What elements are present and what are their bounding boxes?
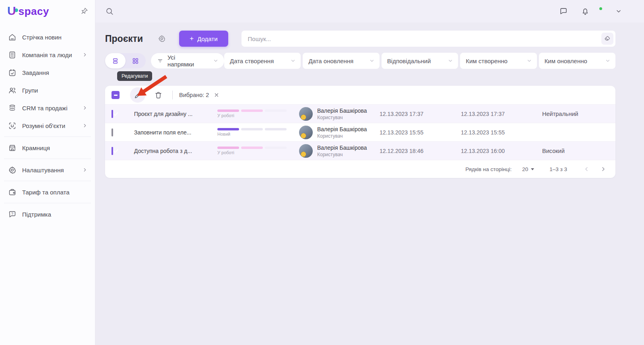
- sidebar-item-crm[interactable]: CRM та продажі: [0, 99, 95, 117]
- row-checkbox[interactable]: [111, 147, 113, 155]
- chevron-left-icon: [583, 166, 590, 172]
- table-row[interactable]: Доступна робота з д... У роботі Валерія …: [105, 141, 615, 160]
- sidebar-item-support[interactable]: ? Підтримка: [0, 205, 95, 223]
- add-button[interactable]: + Додати: [179, 31, 228, 47]
- crm-coins-icon: [8, 104, 17, 112]
- sidebar-item-label: Підтримка: [22, 211, 51, 218]
- filter-label: Ким створенно: [466, 58, 508, 64]
- responsible-user: Валерія Башкірова Користувач: [299, 126, 380, 139]
- sidebar-item-label: Завдання: [22, 69, 49, 76]
- direction-filter-dropdown[interactable]: Усі напрямки: [151, 53, 224, 68]
- select-all-checkbox[interactable]: [111, 91, 120, 99]
- row-checkbox[interactable]: [111, 128, 113, 136]
- sidebar-item-label: Крамниця: [22, 145, 50, 151]
- smart-objects-icon: [8, 122, 17, 130]
- sidebar-item-company-people[interactable]: Компанія та люди: [0, 46, 95, 64]
- clear-selection-close-icon[interactable]: [214, 92, 219, 98]
- delete-button[interactable]: [154, 91, 163, 99]
- online-status-dot: [599, 6, 603, 11]
- edit-button[interactable]: [130, 87, 145, 103]
- filter-responsible[interactable]: Відповідальний: [382, 53, 458, 69]
- sidebar-item-tasks[interactable]: Завдання: [0, 64, 95, 81]
- add-button-label: Додати: [197, 35, 217, 42]
- table-row[interactable]: Заповнити поля еле... Новий Валерія Башк…: [105, 123, 615, 141]
- caret-down-icon: [531, 168, 534, 170]
- user-role: Користувач: [317, 115, 367, 120]
- search-bar: [242, 31, 615, 47]
- chevron-down-icon: [526, 58, 532, 64]
- sidebar-item-settings[interactable]: Налаштування: [0, 161, 95, 179]
- updated-date: 12.13.2023 15:55: [461, 129, 542, 136]
- wallet-icon: [8, 188, 17, 196]
- topbar-right: [559, 7, 622, 16]
- grid-view-icon: [132, 57, 139, 65]
- divider: [4, 159, 91, 159]
- row-checkbox[interactable]: [111, 110, 113, 118]
- filter-created-date[interactable]: Дата створення: [224, 53, 301, 69]
- updated-date: 12.13.2023 17:37: [461, 111, 542, 117]
- progress-bar: [217, 109, 287, 112]
- rows-per-page-value: 20: [522, 166, 528, 172]
- groups-icon: [8, 86, 17, 95]
- sidebar-item-groups[interactable]: Групи: [0, 81, 95, 99]
- project-name: Проєкт для дизайну ...: [134, 111, 217, 117]
- filter-label: Ким оновленно: [545, 58, 587, 64]
- responsible-user: Валерія Башкірова Користувач: [299, 144, 380, 158]
- store-icon: [8, 144, 17, 152]
- bell-icon[interactable]: [581, 7, 590, 16]
- avatar: [299, 107, 313, 121]
- project-progress: Новий: [217, 128, 299, 136]
- sidebar-item-label: Тариф та оплата: [22, 189, 70, 196]
- sidebar-item-billing[interactable]: Тариф та оплата: [0, 183, 95, 201]
- search-icon[interactable]: [105, 7, 114, 16]
- pin-icon[interactable]: [80, 7, 89, 16]
- table-row[interactable]: Проєкт для дизайну ... У роботі Валерія …: [105, 104, 615, 123]
- created-date: 12.13.2023 17:37: [380, 111, 461, 117]
- grid-view-button[interactable]: [126, 53, 146, 68]
- filter-label: Дата створення: [230, 58, 274, 64]
- topbar: [95, 0, 644, 23]
- filter-updated-date[interactable]: Дата оновлення: [303, 53, 379, 69]
- priority-label: Нейтральний: [542, 111, 615, 117]
- previous-page-button[interactable]: [583, 166, 590, 172]
- responsible-user: Валерія Башкірова Користувач: [299, 107, 380, 121]
- edit-tooltip: Редагувати: [117, 71, 152, 81]
- filter-updated-by[interactable]: Ким оновленно: [539, 53, 615, 69]
- trash-icon: [154, 91, 163, 99]
- page-settings-gear-icon[interactable]: [158, 35, 166, 43]
- chevron-right-icon: [82, 123, 88, 128]
- user-role: Користувач: [317, 152, 367, 157]
- logo-letter: U: [7, 5, 16, 17]
- next-page-button[interactable]: [600, 166, 607, 172]
- sidebar-item-store[interactable]: Крамниця: [0, 139, 95, 157]
- main-content: Проєкти + Додати: [95, 23, 644, 345]
- status-label: У роботі: [217, 113, 299, 118]
- sidebar-item-label: Групи: [22, 87, 38, 94]
- status-label: У роботі: [217, 150, 299, 155]
- rows-per-page-label: Рядків на сторінці:: [465, 166, 512, 172]
- project-progress: У роботі: [217, 147, 299, 155]
- chevron-down-icon: [448, 58, 453, 64]
- project-name: Доступна робота з д...: [134, 148, 217, 154]
- direction-filter-label: Усі напрямки: [167, 54, 203, 68]
- status-label: Новий: [217, 132, 299, 136]
- chat-icon[interactable]: [559, 7, 568, 16]
- view-toggle: [105, 53, 146, 68]
- sidebar-item-label: CRM та продажі: [22, 105, 67, 112]
- user-name: Валерія Башкірова: [317, 145, 367, 151]
- rows-per-page-select[interactable]: 20: [522, 166, 534, 172]
- avatar: [299, 126, 313, 139]
- created-date: 12.13.2023 15:55: [380, 129, 461, 136]
- sidebar-item-news-feed[interactable]: Стрічка новин: [0, 28, 95, 46]
- search-input[interactable]: [242, 31, 615, 47]
- sidebar-header: Uspacy: [0, 0, 95, 23]
- sidebar-item-smart-objects[interactable]: Розумні об'єкти: [0, 117, 95, 134]
- progress-bar: [217, 128, 287, 130]
- chevron-down-icon: [213, 58, 219, 64]
- list-view-button[interactable]: [105, 53, 126, 68]
- uspacy-logo[interactable]: Uspacy: [7, 5, 49, 18]
- clear-search-button[interactable]: [601, 33, 613, 45]
- divider: [4, 136, 91, 137]
- chevron-down-icon[interactable]: [615, 8, 622, 14]
- filter-created-by[interactable]: Ким створенно: [460, 53, 537, 69]
